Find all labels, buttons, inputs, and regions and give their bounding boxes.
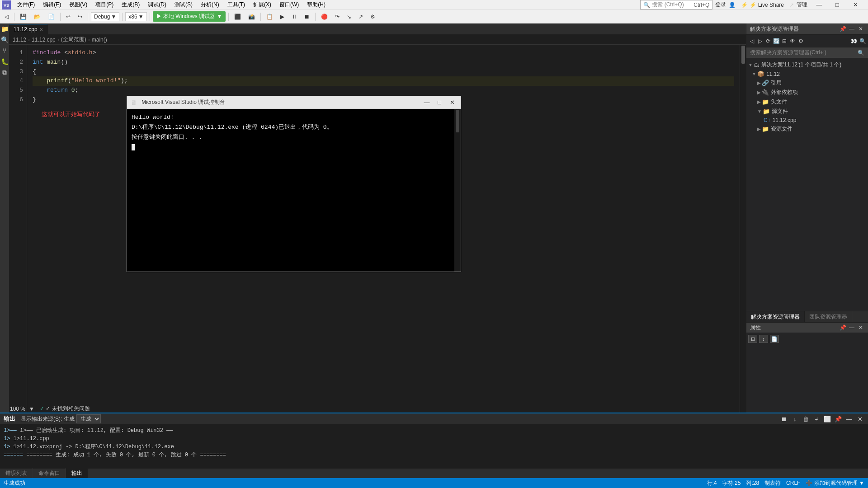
- se-sync-button[interactable]: ⟳: [764, 38, 772, 45]
- maximize-button[interactable]: □: [828, 0, 846, 10]
- new-button[interactable]: 📄: [45, 13, 57, 21]
- search-box[interactable]: 🔍 搜索 (Ctrl+Q) Ctrl+Q: [640, 0, 712, 9]
- prop-sort-button[interactable]: ↕: [759, 335, 768, 343]
- menu-view[interactable]: 视图(V): [66, 0, 91, 9]
- console-minimize-button[interactable]: —: [422, 99, 432, 107]
- output-stop-button[interactable]: ⏹: [779, 415, 788, 423]
- menu-edit[interactable]: 编辑(E): [39, 0, 65, 9]
- output-source-dropdown[interactable]: 生成: [76, 414, 101, 423]
- se-close-button[interactable]: ✕: [857, 25, 864, 33]
- toolbar-extra2[interactable]: 📸: [245, 13, 258, 21]
- menu-tools[interactable]: 工具(T): [224, 0, 249, 9]
- prop-page-button[interactable]: 📄: [770, 335, 779, 343]
- tree-external-deps[interactable]: ▶ 🔌 外部依赖项: [746, 88, 868, 97]
- prop-minimize-button[interactable]: —: [848, 324, 855, 331]
- line-ending[interactable]: CRLF: [786, 480, 800, 486]
- editor-scrollbar[interactable]: [740, 45, 746, 413]
- toolbar-extra6[interactable]: ⏹: [302, 13, 312, 21]
- prop-close-button[interactable]: ✕: [857, 324, 864, 331]
- menu-help[interactable]: 帮助(H): [303, 0, 329, 9]
- se-back-button[interactable]: ◁: [748, 38, 755, 45]
- tree-solution[interactable]: ▼ 🗂 解决方案'11.12'(1 个项目/共 1 个): [746, 60, 868, 70]
- prop-pin-button[interactable]: 📌: [839, 324, 846, 331]
- close-button[interactable]: ✕: [846, 0, 864, 10]
- tab-command-window[interactable]: 命令窗口: [33, 468, 66, 479]
- tree-project[interactable]: ▼ 📦 11.12: [746, 70, 868, 78]
- menu-extensions[interactable]: 扩展(X): [250, 0, 275, 9]
- console-scroll-thumb[interactable]: [456, 110, 459, 132]
- output-word-wrap-button[interactable]: ⤶: [812, 415, 821, 423]
- zoom-level[interactable]: 100 %: [10, 406, 25, 412]
- console-maximize-button[interactable]: □: [434, 99, 444, 107]
- menu-debug[interactable]: 调试(D): [144, 0, 170, 9]
- output-minimize-button[interactable]: —: [844, 415, 854, 423]
- solution-search[interactable]: 搜索解决方案资源管理器(Ctrl+;) 🔍: [746, 47, 868, 58]
- toolbar-extra7[interactable]: ⚙: [368, 13, 378, 21]
- output-open-button[interactable]: ⬜: [823, 415, 832, 423]
- char-info[interactable]: 字符:25: [722, 479, 741, 487]
- breadcrumb-file[interactable]: 11.12.cpp: [32, 37, 56, 43]
- se-forward-button[interactable]: ▷: [756, 38, 764, 45]
- tab-output[interactable]: 输出: [66, 468, 88, 479]
- run-debugger-button[interactable]: ▶ 本地 Windows 调试器 ▼: [153, 11, 226, 22]
- breadcrumb-project[interactable]: 11.12: [13, 37, 26, 43]
- output-clear-button[interactable]: 🗑: [801, 415, 810, 423]
- activity-debug[interactable]: 🐛: [1, 58, 8, 65]
- tree-source-files[interactable]: ▼ 📁 源文件: [746, 107, 868, 116]
- line-info[interactable]: 行:4: [707, 479, 717, 487]
- se-collapse-button[interactable]: ⊟: [781, 38, 788, 45]
- editor-tab-main[interactable]: 11.12.cpp ✕: [9, 24, 48, 34]
- breadcrumb-symbol[interactable]: main(): [92, 37, 107, 43]
- manage-label[interactable]: 管理: [797, 1, 807, 9]
- prop-grid-button[interactable]: ⊞: [748, 335, 757, 343]
- step-over-button[interactable]: ↷: [332, 13, 342, 21]
- editor-scroll-thumb[interactable]: [741, 46, 745, 64]
- menu-project[interactable]: 项目(P): [92, 0, 117, 9]
- tab-close-button[interactable]: ✕: [39, 27, 43, 32]
- menu-window[interactable]: 窗口(W): [276, 0, 302, 9]
- activity-search[interactable]: 🔍: [1, 36, 8, 43]
- col-info[interactable]: 列:28: [746, 479, 759, 487]
- login-label[interactable]: 登录: [715, 1, 726, 9]
- tree-cpp-file[interactable]: C+ 11.12.cpp: [746, 116, 868, 124]
- menu-file[interactable]: 文件(F): [14, 0, 38, 9]
- menu-analyze[interactable]: 分析(N): [197, 0, 223, 9]
- activity-extensions[interactable]: ⧉: [1, 69, 8, 76]
- tree-header-files[interactable]: ▶ 📁 头文件: [746, 97, 868, 107]
- minimize-button[interactable]: —: [810, 0, 828, 10]
- encoding[interactable]: 制表符: [764, 479, 781, 487]
- toolbar-extra1[interactable]: ⬛: [231, 13, 244, 21]
- se-filter-button[interactable]: ⚙: [797, 38, 804, 45]
- tab-error-list[interactable]: 错误列表: [0, 468, 33, 479]
- step-out-button[interactable]: ↗: [356, 13, 366, 21]
- tree-resource-files[interactable]: ▶ 📁 资源文件: [746, 124, 868, 134]
- se-show-all-button[interactable]: 👁: [789, 38, 796, 45]
- back-button[interactable]: ◁: [2, 13, 11, 21]
- undo-button[interactable]: ↩: [63, 13, 73, 21]
- step-into-button[interactable]: ↘: [344, 13, 354, 21]
- console-scrollbar[interactable]: [454, 109, 461, 272]
- output-close-button[interactable]: ✕: [855, 415, 864, 423]
- sol-tab-solution-explorer[interactable]: 解决方案资源管理器: [746, 311, 805, 323]
- breakpoint-button[interactable]: 🔴: [318, 13, 330, 21]
- toolbar-extra4[interactable]: ▶: [278, 13, 287, 21]
- menu-build[interactable]: 生成(B): [118, 0, 143, 9]
- sol-tab-team-explorer[interactable]: 团队资源管理器: [805, 311, 852, 323]
- toolbar-extra5[interactable]: ⏸: [289, 13, 300, 21]
- se-pin-button[interactable]: 📌: [839, 25, 846, 33]
- output-pin-button[interactable]: 📌: [834, 415, 843, 423]
- se-search-button[interactable]: 🔍: [859, 38, 866, 45]
- output-scroll-end-button[interactable]: ↓: [790, 415, 799, 423]
- se-preview-button[interactable]: 👀: [850, 38, 857, 45]
- toolbar-extra3[interactable]: 📋: [264, 13, 276, 21]
- debug-config-dropdown[interactable]: Debug ▼: [91, 12, 119, 21]
- se-minimize-button[interactable]: —: [848, 25, 855, 33]
- redo-button[interactable]: ↪: [75, 13, 85, 21]
- activity-git[interactable]: ⑂: [1, 47, 8, 54]
- save-button[interactable]: 💾: [17, 13, 29, 21]
- platform-dropdown[interactable]: x86 ▼: [125, 12, 146, 21]
- console-close-button[interactable]: ✕: [447, 99, 457, 107]
- add-to-vcs[interactable]: ➕ 添加到源代码管理 ▼: [806, 479, 864, 487]
- live-share-button[interactable]: ⚡ ⚡ Live Share: [738, 2, 787, 8]
- activity-files[interactable]: 📁: [1, 25, 8, 33]
